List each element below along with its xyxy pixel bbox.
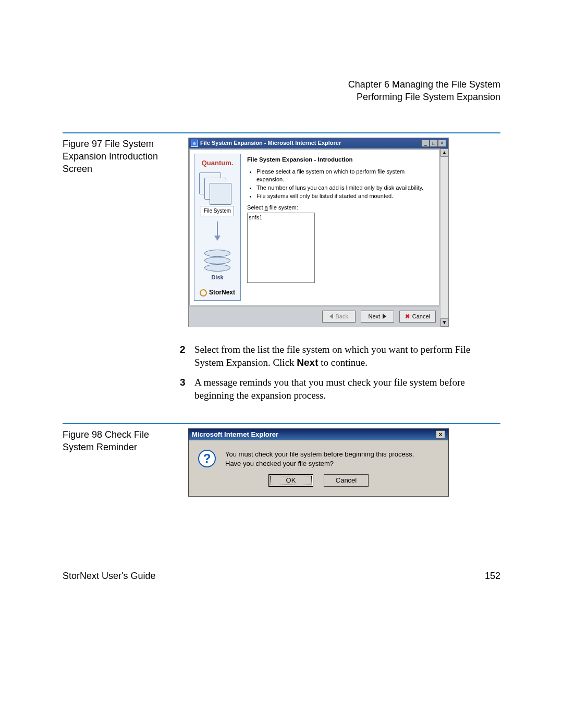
wizard-footer: Back Next ✖ Cancel (189, 306, 440, 327)
messagebox-line1: You must check your file system before b… (225, 450, 414, 459)
messagebox-buttons: OK Cancel (189, 472, 448, 496)
triangle-left-icon (329, 314, 333, 319)
stornext-text: StorNext (209, 288, 235, 297)
messagebox-close-button[interactable]: × (436, 430, 445, 439)
figure-98-caption: Figure 98 Check File System Reminder (63, 428, 180, 454)
minimize-button[interactable]: _ (421, 140, 430, 147)
step-3-text: A message reminds you that you must chec… (194, 376, 500, 402)
wizard-main: File System Expansion - Introduction Ple… (244, 151, 438, 304)
maximize-button[interactable]: □ (430, 140, 438, 147)
bullet-3: File systems will only be listed if star… (256, 192, 433, 200)
vertical-scrollbar[interactable]: ▲ ▼ (440, 149, 448, 327)
figure-97-row: Figure 97 File System Expansion Introduc… (63, 138, 500, 327)
wizard-heading: File System Expansion - Introduction (247, 156, 433, 164)
cancel-button-dialog[interactable]: Cancel (324, 474, 369, 487)
cancel-button[interactable]: ✖ Cancel (399, 311, 436, 323)
bullet-2: The number of luns you can add is limite… (256, 184, 433, 192)
question-icon: ? (198, 450, 216, 467)
step-2: 2 Select from the list the file system o… (180, 343, 500, 369)
header-section: Performing File System Expansion (63, 91, 500, 103)
disk-label: Disk (197, 274, 238, 281)
wizard-sidebar: Quantum. File System Disk StorNext (194, 154, 241, 301)
figure-97-caption: Figure 97 File System Expansion Introduc… (63, 138, 180, 176)
step-3: 3 A message reminds you that you must ch… (180, 376, 500, 402)
page-header: Chapter 6 Managing the File System Perfo… (63, 78, 500, 104)
filesystem-option[interactable]: snfs1 (249, 214, 313, 221)
rule-above-fig98 (63, 423, 500, 424)
figure-98-row: Figure 98 Check File System Reminder Mic… (63, 428, 500, 497)
scroll-up-icon[interactable]: ▲ (440, 149, 448, 157)
next-button[interactable]: Next (361, 311, 394, 323)
header-chapter: Chapter 6 Managing the File System (63, 78, 500, 91)
disk-icon (204, 244, 230, 272)
ok-button[interactable]: OK (268, 474, 313, 487)
step-3-number: 3 (180, 376, 189, 402)
filesystem-listbox[interactable]: snfs1 (247, 213, 315, 283)
triangle-right-icon (383, 314, 386, 319)
rule-above-fig97 (63, 132, 500, 133)
wizard-bullets: Please select a file system on which to … (247, 168, 433, 200)
filesystem-icon (199, 172, 236, 209)
messagebox-text: You must check your file system before b… (225, 450, 414, 468)
ie-window-title: File System Expansion - Microsoft Intern… (200, 139, 419, 147)
ie-body: Quantum. File System Disk StorNext (189, 149, 439, 305)
messagebox-body: ? You must check your file system before… (189, 440, 448, 472)
close-button[interactable]: × (438, 140, 446, 147)
stornext-logo: StorNext (197, 288, 238, 297)
bullet-1: Please select a file system on which to … (256, 168, 433, 183)
messagebox-titlebar: Microsoft Internet Explorer × (189, 429, 448, 440)
step-2-text: Select from the list the file system on … (194, 343, 500, 369)
messagebox-window: Microsoft Internet Explorer × ? You must… (188, 428, 449, 497)
select-label: Select a file system: (247, 204, 433, 212)
scroll-down-icon[interactable]: ▼ (440, 318, 448, 327)
back-button[interactable]: Back (322, 311, 356, 323)
footer-guide: StorNext User's Guide (63, 570, 156, 582)
brand-quantum: Quantum. (197, 158, 238, 168)
ie-window: e File System Expansion - Microsoft Inte… (188, 138, 449, 327)
page-footer: StorNext User's Guide 152 (63, 570, 500, 582)
ie-titlebar: e File System Expansion - Microsoft Inte… (189, 138, 448, 149)
footer-page-number: 152 (485, 570, 500, 582)
filesystem-label: File System (201, 206, 234, 216)
window-controls: _ □ × (421, 140, 446, 147)
messagebox-title: Microsoft Internet Explorer (192, 430, 436, 439)
x-icon: ✖ (405, 313, 410, 320)
arrow-down-icon (217, 221, 218, 240)
ie-favicon-icon: e (191, 140, 198, 147)
globe-icon (200, 289, 207, 297)
step-list: 2 Select from the list the file system o… (180, 343, 500, 403)
step-2-number: 2 (180, 343, 189, 369)
messagebox-line2: Have you checked your file system? (225, 459, 414, 468)
